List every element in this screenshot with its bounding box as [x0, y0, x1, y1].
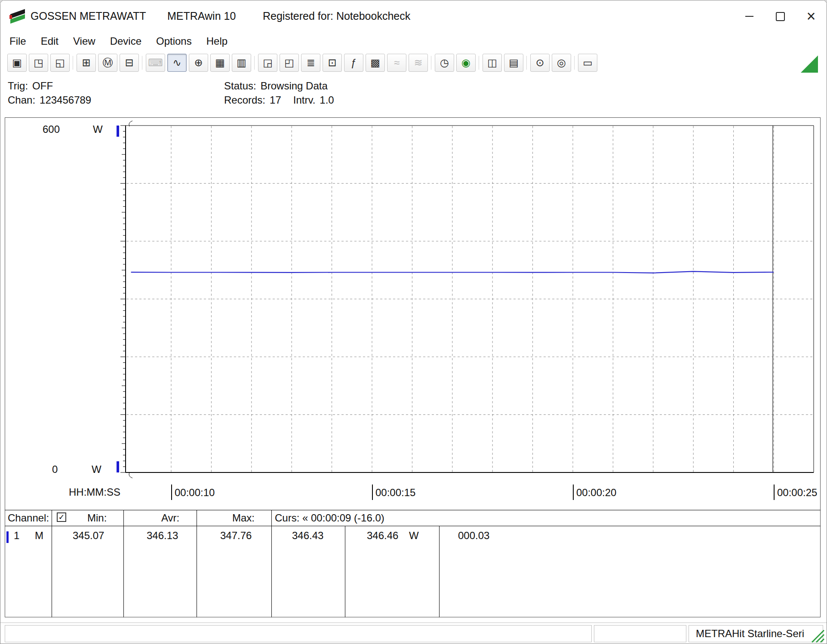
menu-file[interactable]: File	[9, 35, 26, 47]
toolbar-group: ◷◉	[435, 54, 476, 72]
device-read-icon: ◲	[263, 57, 273, 69]
zoom-horizontal-button[interactable]: ⊙	[530, 54, 550, 72]
table-divider	[271, 510, 272, 617]
numeric-display-icon: ⌨	[148, 57, 163, 69]
x-tick-label: 00:00:10	[171, 485, 215, 500]
trig-label: Trig:	[8, 80, 28, 92]
formula-button[interactable]: ƒ	[344, 54, 363, 72]
bar-view-icon: ▥	[237, 57, 246, 69]
interval-label: Intrv.	[293, 94, 316, 106]
table-divider	[52, 510, 52, 617]
x-tick-label: 00:00:20	[573, 485, 616, 500]
open-file-button[interactable]: ◱	[50, 54, 70, 72]
status-bar: METRAHit Starline-Seri	[0, 623, 827, 644]
envelope-curve-icon: ≋	[414, 57, 422, 69]
menu-device[interactable]: Device	[110, 35, 141, 47]
hint-labels-button[interactable]: ▭	[578, 54, 597, 72]
resize-grip[interactable]	[809, 628, 825, 643]
yt-chart-button[interactable]: ∿	[167, 54, 187, 72]
memory-card-icon: Ⓜ	[103, 56, 113, 70]
calculator-button[interactable]: ▩	[366, 54, 385, 72]
save-as-button[interactable]: ◳	[29, 54, 48, 72]
toolbar-separator	[70, 54, 77, 72]
device-write-icon: ◰	[284, 57, 294, 69]
title-brand: GOSSEN METRAWATT	[31, 10, 146, 22]
records-status: Records:17Intrv.1.0	[224, 94, 334, 106]
device-name: METRAHit Starline-Seri	[696, 628, 804, 639]
menu-edit[interactable]: Edit	[41, 35, 58, 47]
maximize-button[interactable]	[765, 0, 796, 32]
table-header-line	[5, 526, 821, 526]
min-column-header: Min:	[87, 512, 107, 524]
maximize-icon	[776, 12, 785, 21]
xy-chart-icon: ⊕	[194, 57, 203, 69]
export-data-button[interactable]: ⊟	[120, 54, 139, 72]
online-monitor-button[interactable]: ⊡	[323, 54, 342, 72]
print-preview-button[interactable]: ◫	[483, 54, 502, 72]
device-read-button[interactable]: ◲	[258, 54, 277, 72]
toolbar: ▣◳◱⊞Ⓜ⊟⌨∿⊕▦▥◲◰≣⊡ƒ▩≈≋◷◉◫▤⊙◎▭	[0, 50, 827, 75]
statusbar-device-cell: METRAHit Starline-Seri	[689, 625, 823, 642]
toolbar-separator	[428, 54, 435, 72]
compare-curves-icon: ≈	[394, 57, 400, 69]
toolbar-separator	[476, 54, 483, 72]
interval-value: 1.0	[320, 94, 334, 106]
chan-label: Chan:	[8, 94, 35, 106]
print-preview-icon: ◫	[487, 57, 497, 69]
zoom-window-button[interactable]: ◎	[552, 54, 571, 72]
x-axis-label: HH:MM:SS	[69, 486, 120, 498]
cell-max-value: 347.76	[220, 530, 252, 542]
table-view-button[interactable]: ▦	[210, 54, 230, 72]
toolbar-separator	[523, 54, 530, 72]
export-window-button[interactable]: ⊞	[77, 54, 96, 72]
channel-status: Chan:123456789	[8, 94, 91, 106]
title-registered-for: Registered for: Notebookcheck	[263, 10, 410, 22]
protocol-list-button[interactable]: ≣	[301, 54, 320, 72]
save-file-button[interactable]: ▣	[7, 54, 27, 72]
table-divider	[439, 526, 440, 617]
print-icon: ▤	[509, 57, 519, 69]
table-divider	[197, 510, 197, 617]
max-column-header: Max:	[232, 512, 255, 524]
cell-cursor-a-value: 346.43	[292, 530, 323, 542]
memory-card-button[interactable]: Ⓜ	[98, 54, 117, 72]
device-write-button[interactable]: ◰	[280, 54, 299, 72]
device-config-button[interactable]: ◉	[456, 54, 476, 72]
export-data-icon: ⊟	[125, 57, 133, 69]
cell-channel-number: 1	[14, 530, 19, 542]
meter-clock-button[interactable]: ◷	[435, 54, 454, 72]
trig-value: OFF	[32, 80, 53, 92]
browse-status: Status:Browsing Data	[224, 80, 328, 92]
protocol-list-icon: ≣	[306, 57, 315, 69]
cell-cursor-b-value: 346.46	[367, 530, 398, 542]
trigger-status: Trig:OFF	[8, 80, 53, 92]
x-tick-label: 00:00:15	[372, 485, 415, 500]
cell-unit: W	[409, 530, 419, 542]
app-window: GOSSEN METRAWATT METRAwin 10 Registered …	[0, 0, 827, 644]
measurement-info: Trig:OFF Chan:123456789 Status:Browsing …	[0, 79, 827, 118]
print-button[interactable]: ▤	[504, 54, 523, 72]
zoom-window-icon: ◎	[557, 57, 566, 69]
gossen-metrawatt-logo-icon	[9, 8, 26, 25]
toolbar-separator	[251, 54, 258, 72]
status-label: Status:	[224, 80, 256, 92]
title-app-name: METRAwin 10	[167, 10, 236, 22]
xy-chart-button[interactable]: ⊕	[189, 54, 208, 72]
minimize-button[interactable]	[734, 0, 765, 32]
chart-plot[interactable]	[5, 117, 821, 510]
toolbar-group: ⊙◎	[530, 54, 571, 72]
bar-view-button[interactable]: ▥	[232, 54, 251, 72]
menu-options[interactable]: Options	[156, 35, 192, 47]
formula-icon: ƒ	[351, 57, 357, 69]
minimize-icon	[745, 16, 753, 17]
menu-help[interactable]: Help	[206, 35, 228, 47]
calculator-icon: ▩	[370, 57, 380, 69]
records-label: Records:	[224, 94, 265, 106]
menu-view[interactable]: View	[73, 35, 95, 47]
close-icon: ×	[806, 9, 815, 24]
online-monitor-icon: ⊡	[328, 57, 336, 69]
cell-avr-value: 346.13	[147, 530, 178, 542]
close-button[interactable]: ×	[796, 0, 827, 32]
channel-visible-checkbox[interactable]: ✓	[57, 512, 66, 522]
hint-labels-icon: ▭	[583, 57, 593, 69]
